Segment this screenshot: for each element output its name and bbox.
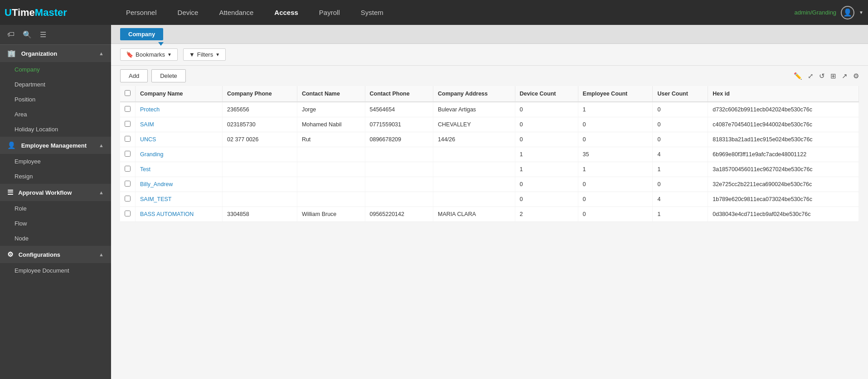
sidebar-item-holiday-location[interactable]: Holiday Location xyxy=(0,122,111,137)
cell-company-name[interactable]: UNCS xyxy=(136,132,223,147)
cell-address: MARIA CLARA xyxy=(433,207,515,222)
nav-attendance[interactable]: Attendance xyxy=(215,6,257,19)
row-checkbox[interactable] xyxy=(125,181,131,187)
row-checkbox[interactable] xyxy=(125,151,131,157)
row-checkbox[interactable] xyxy=(125,196,131,201)
select-all-checkbox[interactable] xyxy=(125,90,131,96)
col-contact-name: Contact Name xyxy=(297,86,365,102)
columns-icon[interactable]: ⊞ xyxy=(830,72,836,80)
sidebar-section-employee-management[interactable]: 👤 Employee Management ▲ xyxy=(0,137,111,154)
nav-personnel[interactable]: Personnel xyxy=(122,6,160,19)
filters-button[interactable]: ▼ Filters ▼ xyxy=(183,48,226,61)
cell-company-name[interactable]: SAIM_TEST xyxy=(136,192,223,207)
row-checkbox[interactable] xyxy=(125,211,131,216)
cell-contact-phone xyxy=(365,147,433,162)
table-body: Protech 2365656 Jorge 54564654 Bulevar A… xyxy=(120,102,859,222)
bookmark-icon: 🔖 xyxy=(126,51,133,58)
app-logo: UTime Master xyxy=(5,7,113,19)
cell-company-name[interactable]: SAIM xyxy=(136,117,223,132)
sidebar-section-organization[interactable]: 🏢 Organization ▲ xyxy=(0,45,111,62)
row-checkbox[interactable] xyxy=(125,136,131,142)
cell-hex-id: 6b969e80f3ff11e9afc7acde48001122 xyxy=(708,147,859,162)
row-checkbox[interactable] xyxy=(125,121,131,127)
logo-master: Master xyxy=(35,7,67,19)
toolbar: 🔖 Bookmarks ▼ ▼ Filters ▼ xyxy=(111,44,868,66)
cell-contact-name xyxy=(297,162,365,177)
cell-hex-id: d732c6062b9911ecb042024be530c76c xyxy=(708,102,859,117)
cell-address: CHEVALLEY xyxy=(433,117,515,132)
tag-icon[interactable]: 🏷 xyxy=(7,30,15,39)
cell-company-name[interactable]: Protech xyxy=(136,102,223,117)
cell-hex-id: 32e725cc2b2211eca690024be530c76c xyxy=(708,177,859,192)
cell-contact-phone: 0771559031 xyxy=(365,117,433,132)
cell-employee-count: 0 xyxy=(578,177,653,192)
cell-company-name[interactable]: Test xyxy=(136,162,223,177)
configurations-label: Configurations xyxy=(19,251,60,258)
sidebar-item-node[interactable]: Node xyxy=(0,231,111,246)
expand-icon[interactable]: ⤢ xyxy=(808,72,814,80)
sidebar-item-area[interactable]: Area xyxy=(0,107,111,122)
cell-company-name[interactable]: Billy_Andrew xyxy=(136,177,223,192)
cell-address xyxy=(433,162,515,177)
cell-contact-name: William Bruce xyxy=(297,207,365,222)
sidebar-item-flow[interactable]: Flow xyxy=(0,216,111,231)
top-nav: UTime Master Personnel Device Attendance… xyxy=(0,0,868,25)
menu-icon[interactable]: ☰ xyxy=(40,30,46,39)
chevron-down-icon[interactable]: ▼ xyxy=(859,10,863,15)
nav-system[interactable]: System xyxy=(357,6,387,19)
cell-device-count: 1 xyxy=(515,147,578,162)
delete-button[interactable]: Delete xyxy=(151,69,186,82)
col-hex-id: Hex id xyxy=(708,86,859,102)
add-button[interactable]: Add xyxy=(120,69,148,82)
cell-device-count: 0 xyxy=(515,177,578,192)
sidebar-item-employee-document[interactable]: Employee Document xyxy=(0,263,111,278)
sidebar-item-role[interactable]: Role xyxy=(0,201,111,216)
table-row: BASS AUTOMATION 3304858 William Bruce 09… xyxy=(120,207,859,222)
company-table: Company Name Company Phone Contact Name … xyxy=(120,86,859,222)
cell-user-count: 1 xyxy=(653,162,708,177)
cell-device-count: 0 xyxy=(515,117,578,132)
cell-user-count: 0 xyxy=(653,117,708,132)
user-avatar[interactable]: 👤 xyxy=(841,6,854,19)
sidebar-item-employee[interactable]: Employee xyxy=(0,154,111,169)
edit-icon[interactable]: ✏️ xyxy=(794,72,802,80)
sidebar-item-resign[interactable]: Resign xyxy=(0,169,111,184)
organization-label: Organization xyxy=(21,50,57,57)
sidebar-item-department[interactable]: Department xyxy=(0,77,111,92)
chevron-up-icon-3: ▲ xyxy=(99,190,104,195)
cell-company-phone xyxy=(223,162,297,177)
config-icon: ⚙ xyxy=(7,250,13,258)
sidebar-item-company[interactable]: Company xyxy=(0,62,111,77)
row-checkbox-cell xyxy=(120,132,136,147)
chevron-up-icon: ▲ xyxy=(99,51,104,56)
search-icon[interactable]: 🔍 xyxy=(23,30,32,39)
filter-icon: ▼ xyxy=(189,51,195,58)
cell-contact-phone xyxy=(365,192,433,207)
sidebar-item-position[interactable]: Position xyxy=(0,92,111,107)
cell-address: Bulevar Artigas xyxy=(433,102,515,117)
cell-address: 144/26 xyxy=(433,132,515,147)
col-user-count: User Count xyxy=(653,86,708,102)
cell-company-name[interactable]: BASS AUTOMATION xyxy=(136,207,223,222)
settings-icon[interactable]: ⚙ xyxy=(853,72,859,80)
cell-contact-name: Rut xyxy=(297,132,365,147)
share-icon[interactable]: ↗ xyxy=(842,72,848,80)
nav-device[interactable]: Device xyxy=(174,6,202,19)
sidebar-section-approval-workflow[interactable]: ☰ Approval Workflow ▲ xyxy=(0,184,111,201)
row-checkbox-cell xyxy=(120,117,136,132)
user-label: admin/Granding xyxy=(795,9,837,16)
nav-access[interactable]: Access xyxy=(271,6,302,19)
table-row: Billy_Andrew 0 0 0 32e725cc2b2211eca6900… xyxy=(120,177,859,192)
cell-contact-phone: 54564654 xyxy=(365,102,433,117)
refresh-icon[interactable]: ↺ xyxy=(819,72,825,80)
sidebar: 🏷 🔍 ☰ 🏢 Organization ▲ Company Departmen… xyxy=(0,25,111,379)
sidebar-section-configurations[interactable]: ⚙ Configurations ▲ xyxy=(0,246,111,263)
row-checkbox[interactable] xyxy=(125,106,131,112)
nav-payroll[interactable]: Payroll xyxy=(315,6,344,19)
cell-company-name[interactable]: Granding xyxy=(136,147,223,162)
workflow-icon: ☰ xyxy=(7,188,13,196)
row-checkbox[interactable] xyxy=(125,166,131,172)
cell-device-count: 1 xyxy=(515,162,578,177)
cell-address xyxy=(433,192,515,207)
bookmarks-button[interactable]: 🔖 Bookmarks ▼ xyxy=(120,48,178,61)
